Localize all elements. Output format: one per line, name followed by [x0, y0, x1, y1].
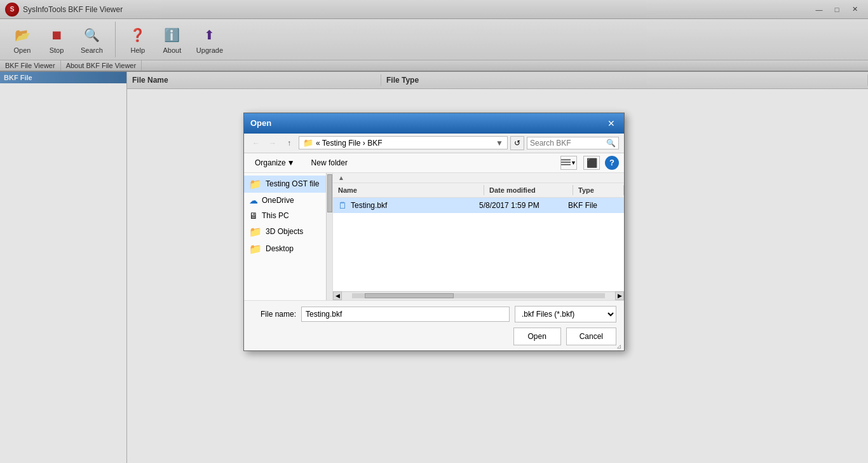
sidebar-item-testing-ost[interactable]: 📁 Testing OST file	[244, 176, 332, 193]
pane-button[interactable]: ⬛	[583, 156, 600, 170]
search-input[interactable]	[530, 139, 606, 148]
sidebar-item-desktop[interactable]: 📁 Desktop	[244, 240, 332, 258]
sort-indicator: ▲	[338, 174, 344, 181]
file-row[interactable]: 🗒 Testing.bkf 5/8/2017 1:59 PM BKF File	[333, 198, 624, 213]
col-date-header[interactable]: Date modified	[484, 185, 573, 195]
search-box: 🔍	[527, 137, 619, 149]
folder-icon: 📁	[249, 243, 262, 255]
organize-dropdown-icon: ▼	[287, 158, 295, 167]
sidebar-item-3d-objects[interactable]: 📁 3D Objects	[244, 223, 332, 240]
organize-button[interactable]: Organize ▼	[249, 156, 301, 170]
refresh-button[interactable]: ↺	[510, 136, 524, 150]
sidebar-item-onedrive[interactable]: ☁ OneDrive	[244, 193, 332, 208]
filename-row: File name: .bkf Files (*.bkf)	[252, 306, 616, 322]
dialog-help-button[interactable]: ?	[605, 156, 619, 170]
open-file-button[interactable]: Open	[513, 328, 561, 345]
sidebar-item-label: 3D Objects	[266, 227, 303, 236]
scroll-track[interactable]	[352, 293, 605, 298]
address-dropdown-icon[interactable]: ▼	[496, 139, 503, 148]
search-box-icon: 🔍	[606, 139, 616, 148]
pc-icon: 🖥	[249, 211, 258, 221]
address-box[interactable]: 📁 « Testing File › BKF ▼	[299, 136, 508, 149]
sidebar-item-label: Testing OST file	[266, 179, 319, 188]
svg-rect-0	[561, 159, 571, 160]
dialog-title: Open	[250, 118, 271, 128]
view-dropdown-icon: ▼	[571, 160, 576, 166]
dialog-toolbar: Organize ▼ New folder ▼ ⬛ ?	[244, 153, 624, 173]
file-date: 5/8/2017 1:59 PM	[479, 201, 568, 210]
open-dialog: Open ✕ ← → ↑ 📁 « Testing File › BKF ▼ ↺ …	[243, 113, 625, 351]
cloud-icon: ☁	[249, 195, 258, 205]
scroll-thumb[interactable]	[365, 293, 454, 298]
dialog-hscroll: ◀ ▶	[333, 291, 624, 300]
sidebar-scrollbar[interactable]	[326, 173, 332, 300]
cancel-button[interactable]: Cancel	[566, 328, 616, 345]
sidebar-item-this-pc[interactable]: 🖥 This PC	[244, 208, 332, 223]
dialog-title-bar: Open ✕	[244, 113, 624, 134]
up-button[interactable]: ↑	[282, 136, 296, 150]
address-text: « Testing File › BKF	[316, 139, 496, 148]
new-folder-button[interactable]: New folder	[306, 156, 353, 170]
dialog-main: ▲ Name Date modified Type 🗒 Testing.bkf …	[333, 173, 624, 300]
folder-icon: 📁	[249, 178, 262, 190]
file-list-header: Name Date modified Type	[333, 183, 624, 198]
dialog-buttons: Open Cancel	[252, 328, 616, 345]
sidebar-item-label: Desktop	[266, 244, 294, 253]
filename-label: File name:	[252, 310, 296, 319]
filename-input[interactable]	[301, 307, 510, 322]
svg-rect-1	[561, 162, 571, 163]
file-list-content: 🗒 Testing.bkf 5/8/2017 1:59 PM BKF File	[333, 198, 624, 291]
sidebar-item-label: OneDrive	[262, 196, 294, 205]
dialog-close-button[interactable]: ✕	[605, 117, 618, 130]
dialog-sidebar: 📁 Testing OST file ☁ OneDrive 🖥 This PC …	[244, 173, 333, 300]
sidebar-scroll-thumb[interactable]	[327, 174, 332, 212]
resize-handle[interactable]: ⊿	[616, 343, 624, 350]
address-folder-icon: 📁	[303, 138, 313, 148]
filetype-select[interactable]: .bkf Files (*.bkf)	[515, 306, 616, 322]
scroll-left-arrow[interactable]: ◀	[333, 291, 342, 300]
dialog-address-bar: ← → ↑ 📁 « Testing File › BKF ▼ ↺ 🔍	[244, 134, 624, 153]
view-list-button[interactable]: ▼	[560, 156, 577, 170]
sidebar-item-label: This PC	[262, 211, 289, 220]
col-type-header[interactable]: Type	[573, 185, 624, 195]
file-name: Testing.bkf	[351, 201, 479, 210]
dialog-body: 📁 Testing OST file ☁ OneDrive 🖥 This PC …	[244, 173, 624, 300]
dialog-bottom: File name: .bkf Files (*.bkf) Open Cance…	[244, 300, 624, 350]
file-type: BKF File	[568, 201, 619, 210]
col-name-header[interactable]: Name	[333, 185, 484, 195]
back-button[interactable]: ←	[249, 136, 263, 150]
forward-button[interactable]: →	[266, 136, 280, 150]
folder-icon: 📁	[249, 226, 262, 238]
scroll-right-arrow[interactable]: ▶	[615, 291, 624, 300]
svg-rect-2	[561, 163, 571, 165]
dialog-overlay: Open ✕ ← → ↑ 📁 « Testing File › BKF ▼ ↺ …	[0, 0, 868, 463]
file-icon: 🗒	[338, 200, 347, 211]
